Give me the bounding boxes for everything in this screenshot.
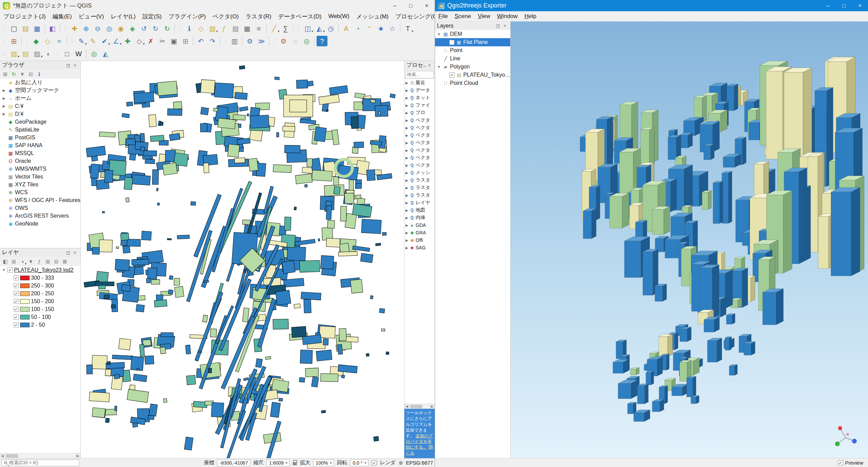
- menu-project[interactable]: プロジェクト(J): [0, 11, 49, 21]
- save-layer-edits-button[interactable]: ✔: [99, 36, 110, 46]
- run-feature-action-button[interactable]: ◇: [195, 23, 206, 34]
- exporter-menu-view[interactable]: View: [475, 11, 494, 21]
- select-features-by-value-button[interactable]: ▤: [20, 48, 31, 59]
- exporter-layer-point[interactable]: ∴Point: [435, 46, 510, 55]
- browser-item-oracle[interactable]: OOracle: [0, 157, 80, 165]
- undock-icon[interactable]: ◳: [495, 22, 501, 29]
- zoom-last-button[interactable]: ↺: [139, 23, 149, 34]
- statistical-summary-button[interactable]: ∑: [280, 23, 291, 34]
- browser-item-arcgis-rest[interactable]: ⊕ArcGIS REST Servers: [0, 212, 80, 220]
- browser-item-wms-wmts[interactable]: ⊕WMS/WMTS: [0, 165, 80, 173]
- minimize-button[interactable]: –: [820, 0, 836, 11]
- identify-features-button[interactable]: ℹ: [184, 23, 195, 34]
- processing-group-vector-selection[interactable]: ▶Qベクタ: [404, 139, 435, 146]
- legend-class-250-300[interactable]: ✓250 - 300: [0, 282, 80, 290]
- paste-features-button[interactable]: ⊞: [180, 36, 191, 46]
- legend-class-300-333[interactable]: ✓300 - 333: [0, 274, 80, 282]
- axis-gizmo[interactable]: [830, 421, 861, 452]
- processing-group-file-tools[interactable]: ▶Qファイ: [404, 102, 435, 109]
- select-features-button[interactable]: ▧: [207, 23, 218, 34]
- expand-arrow-icon[interactable]: ▶: [405, 171, 408, 175]
- select-features-toolbar-button[interactable]: ▧: [9, 48, 19, 59]
- deselect-all-button[interactable]: ▨: [230, 23, 241, 34]
- expand-arrow-icon[interactable]: ▶: [405, 111, 408, 115]
- layer-labeling-button[interactable]: A: [341, 23, 352, 34]
- exporter-layer-dem[interactable]: ▼▦DEM: [435, 30, 510, 38]
- expand-arrow-icon[interactable]: ▶: [405, 201, 408, 205]
- expand-all-button[interactable]: ⊞: [44, 258, 52, 266]
- delete-selected-button[interactable]: ✗: [145, 36, 156, 46]
- add-group-button[interactable]: ⊞: [10, 258, 18, 266]
- processing-search-input[interactable]: [405, 71, 434, 78]
- processing-horizontal-scrollbar[interactable]: ◀ ▶: [404, 404, 435, 409]
- processing-group-mesh[interactable]: ▶Qメッシ: [404, 169, 435, 176]
- remove-layer-button[interactable]: ⊠: [61, 258, 69, 266]
- browser-item-wcs[interactable]: ⊕WCS: [0, 188, 80, 196]
- expand-arrow-icon[interactable]: ▶: [405, 246, 408, 250]
- open-data-source-manager-button[interactable]: ⊞: [9, 36, 19, 46]
- processing-group-layer-tools[interactable]: ▶Qレイヤ: [404, 199, 435, 206]
- help-contents-button[interactable]: ?: [317, 36, 327, 46]
- zoom-next-button[interactable]: ↻: [150, 23, 161, 34]
- scrollbar-thumb[interactable]: [410, 405, 422, 408]
- expand-arrow-icon[interactable]: ▶: [405, 186, 408, 190]
- open-project-button[interactable]: ▤: [20, 23, 31, 34]
- legend-class-200-250[interactable]: ✓200 - 250: [0, 290, 80, 297]
- collapse-arrow-icon[interactable]: ▼: [437, 65, 441, 69]
- expand-arrow-icon[interactable]: ▶: [405, 164, 408, 167]
- open-attribute-table-button[interactable]: ▦: [242, 23, 253, 34]
- expand-arrow-icon[interactable]: ▶: [405, 141, 408, 145]
- close-panel-icon[interactable]: ×: [71, 62, 78, 69]
- collapse-arrow-icon[interactable]: ▼: [437, 32, 441, 36]
- preview-checkbox[interactable]: ✓: [838, 460, 843, 465]
- browser-item-geopackage[interactable]: ◆GeoPackage: [0, 118, 80, 126]
- exporter-layer-line[interactable]: ╱Line: [435, 55, 510, 63]
- browser-collapse-all-button[interactable]: ⊟: [27, 70, 35, 78]
- map-canvas-svg[interactable]: [81, 61, 403, 458]
- menu-database[interactable]: データベース(D): [275, 11, 325, 21]
- processing-group-vector-general[interactable]: ▶Qベクタ: [404, 124, 435, 131]
- processing-group-raster-tools[interactable]: ▶Qラスタ: [404, 191, 435, 199]
- processing-group-database[interactable]: ▶Qデータ: [404, 87, 435, 94]
- pan-map-button[interactable]: ✚: [69, 23, 80, 34]
- processing-group-vector-geometry[interactable]: ▶Qベクタ: [404, 161, 435, 169]
- browser-item-spatial-bookmarks[interactable]: ▶◆空間ブックマーク: [0, 87, 80, 94]
- browser-item-favorites[interactable]: ★お気に入り: [0, 79, 80, 87]
- scroll-right-icon[interactable]: ▶: [75, 453, 80, 458]
- browser-item-sap-hana[interactable]: ▦SAP HANA: [0, 141, 80, 149]
- class-visibility-checkbox[interactable]: ✓: [14, 275, 19, 280]
- browser-refresh-button[interactable]: ↻: [10, 70, 18, 78]
- lock-icon[interactable]: [293, 462, 297, 465]
- expand-arrow-icon[interactable]: ▶: [2, 96, 6, 100]
- quickwkt-button[interactable]: W: [73, 48, 84, 59]
- expand-arrow-icon[interactable]: ▶: [405, 238, 408, 242]
- browser-item-d-drive[interactable]: ▶▤D:¥: [0, 110, 80, 118]
- zoom-out-button[interactable]: ⊖: [92, 23, 103, 34]
- scroll-left-icon[interactable]: ◀: [0, 453, 5, 458]
- expand-arrow-icon[interactable]: ▶: [405, 193, 408, 197]
- browser-item-wfs-ogc-api[interactable]: ⊕WFS / OGC API - Features: [0, 196, 80, 204]
- expand-arrow-icon[interactable]: ▶: [405, 216, 408, 220]
- add-delimited-text-layer-button[interactable]: ≈: [54, 36, 65, 46]
- exporter-menu-help[interactable]: Help: [521, 11, 540, 21]
- collapse-arrow-icon[interactable]: ▼: [2, 268, 6, 272]
- exporter-layer-flat-plane[interactable]: ▦Flat Plane: [435, 38, 510, 46]
- digitize-with-segment-button[interactable]: ∠: [111, 36, 122, 46]
- menu-vector[interactable]: ベクタ(O): [209, 11, 242, 21]
- zoom-to-selection-button[interactable]: ◉: [115, 23, 126, 34]
- class-visibility-checkbox[interactable]: ✓: [14, 291, 19, 296]
- expand-arrow-icon[interactable]: ▶: [405, 89, 408, 92]
- filter-by-expression-button[interactable]: ƒ: [35, 258, 44, 266]
- three-d-scene-svg[interactable]: [511, 21, 868, 458]
- processing-group-cartography[interactable]: ▶Q地図: [404, 206, 435, 214]
- processing-group-interpolation[interactable]: ▶Q内挿: [404, 214, 435, 221]
- style-manager-button[interactable]: ◧: [47, 23, 58, 34]
- expand-arrow-icon[interactable]: ▶: [405, 156, 408, 160]
- toggle-editing-button[interactable]: ✎: [87, 36, 98, 46]
- exporter-layer-polygon[interactable]: ▼▰Polygon: [435, 63, 510, 71]
- layer-checkbox[interactable]: [449, 40, 454, 45]
- redo-button[interactable]: ↷: [207, 36, 218, 46]
- browser-item-vector-tiles[interactable]: ▦Vector Tiles: [0, 173, 80, 181]
- metasearch-button[interactable]: ◌: [290, 36, 301, 46]
- open-layer-styling-button[interactable]: ◧: [1, 258, 10, 266]
